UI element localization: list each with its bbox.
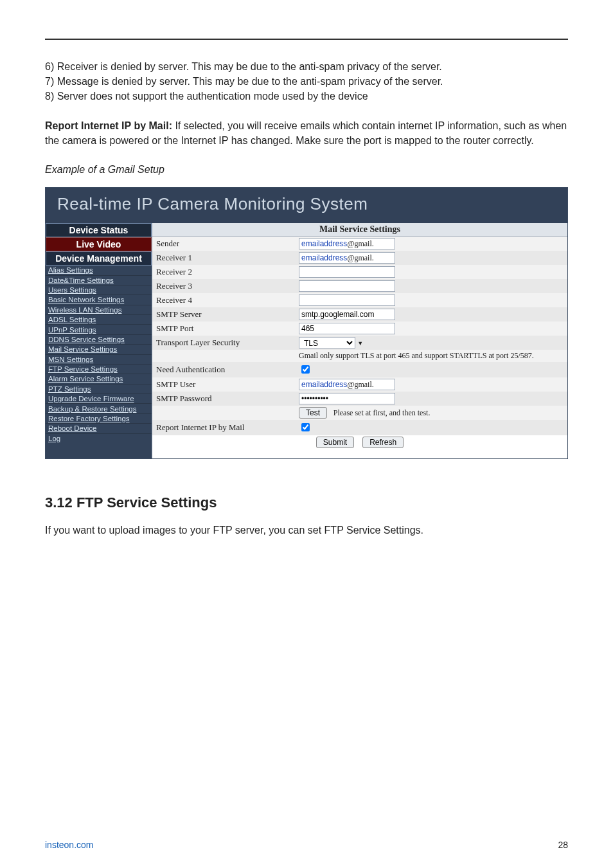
report-ip-checkbox[interactable] — [301, 423, 310, 431]
form-title: Mail Service Settings — [152, 223, 567, 237]
sidebar-item-upnp[interactable]: UPnP Settings — [46, 324, 152, 334]
sidebar-item-ptz[interactable]: PTZ Settings — [46, 384, 152, 393]
receiver4-input[interactable] — [299, 294, 395, 306]
sidebar-item-msn[interactable]: MSN Settings — [46, 354, 152, 364]
tls-hint: Gmail only support TLS at port 465 and s… — [295, 350, 567, 362]
chevron-down-icon: ▼ — [357, 340, 363, 347]
tls-select[interactable]: TLS — [299, 337, 355, 348]
app-screenshot: Real-time IP Camera Monitoring System De… — [45, 187, 568, 459]
bullet-6: 6) Receiver is denied by server. This ma… — [45, 59, 568, 74]
smtp-user-input[interactable]: emailaddress@gmail. — [299, 379, 395, 390]
body-copy-block: 6) Receiver is denied by server. This ma… — [45, 59, 568, 177]
receiver2-input[interactable] — [299, 266, 395, 278]
sidebar-item-users[interactable]: Users Settings — [46, 285, 152, 294]
app-title: Real-time IP Camera Monitoring System — [46, 188, 567, 223]
smtp-port-input[interactable] — [299, 323, 395, 334]
sidebar-item-backup[interactable]: Backup & Restore Settings — [46, 403, 152, 413]
sidebar-header-device-mgmt[interactable]: Device Management — [46, 251, 152, 266]
sender-input[interactable]: emailaddress@gmail. — [299, 238, 395, 249]
receiver4-label: Receiver 4 — [152, 293, 295, 307]
sender-label: Sender — [152, 237, 295, 251]
receiver3-input[interactable] — [299, 280, 395, 292]
section-body-ftp: If you want to upload images to your FTP… — [45, 523, 568, 538]
sidebar-item-adsl[interactable]: ADSL Settings — [46, 314, 152, 324]
bullet-7: 7) Message is denied by server. This may… — [45, 74, 568, 89]
test-row-empty — [152, 406, 295, 420]
tls-label: Transport Layer Security — [152, 336, 295, 350]
footer-page-number: 28 — [558, 840, 568, 850]
receiver3-label: Receiver 3 — [152, 279, 295, 293]
mail-settings-table: Sender emailaddress@gmail. Receiver 1 em… — [152, 237, 567, 449]
need-auth-label: Need Authentication — [152, 362, 295, 377]
smtp-pwd-label: SMTP Password — [152, 392, 295, 406]
report-ip-label: Report Internet IP by Mail: — [45, 120, 172, 131]
sidebar-item-alias[interactable]: Alias Settings — [46, 266, 152, 275]
sidebar-item-ddns[interactable]: DDNS Service Settings — [46, 334, 152, 344]
test-hint: Please set at first, and then test. — [333, 408, 431, 417]
sidebar-item-restore[interactable]: Restore Factory Settings — [46, 413, 152, 423]
submit-button[interactable]: Submit — [316, 437, 354, 448]
receiver1-label: Receiver 1 — [152, 251, 295, 265]
refresh-button[interactable]: Refresh — [362, 437, 404, 448]
sidebar: Device Status Live Video Device Manageme… — [46, 223, 152, 458]
section-heading-ftp: 3.12 FTP Service Settings — [45, 494, 568, 511]
smtp-server-label: SMTP Server — [152, 307, 295, 321]
sidebar-item-upgrade[interactable]: Upgrade Device Firmware — [46, 393, 152, 403]
sidebar-item-log[interactable]: Log — [46, 433, 152, 443]
bullet-8: 8) Server does not support the authentic… — [45, 89, 568, 104]
report-ip-row-label: Report Internet IP by Mail — [152, 420, 295, 435]
sidebar-item-ftp[interactable]: FTP Service Settings — [46, 364, 152, 374]
need-auth-checkbox[interactable] — [301, 365, 310, 374]
page-footer: insteon.com 28 — [45, 840, 568, 850]
form-area: Mail Service Settings Sender emailaddres… — [152, 223, 567, 458]
test-button[interactable]: Test — [299, 407, 327, 419]
sidebar-item-reboot[interactable]: Reboot Device — [46, 423, 152, 433]
smtp-port-label: SMTP Port — [152, 321, 295, 336]
sidebar-item-datetime[interactable]: Date&Time Settings — [46, 275, 152, 285]
smtp-server-input[interactable] — [299, 309, 395, 320]
example-caption: Example of a Gmail Setup — [45, 162, 568, 177]
page-top-rule — [45, 39, 568, 40]
sidebar-item-mail[interactable]: Mail Service Settings — [46, 344, 152, 354]
tls-hint-empty — [152, 350, 295, 362]
receiver1-input[interactable]: emailaddress@gmail. — [299, 252, 395, 264]
sidebar-item-alarm[interactable]: Alarm Service Settings — [46, 374, 152, 383]
receiver2-label: Receiver 2 — [152, 265, 295, 279]
smtp-user-label: SMTP User — [152, 377, 295, 392]
smtp-pwd-input[interactable] — [299, 393, 395, 404]
footer-site: insteon.com — [45, 840, 93, 850]
sidebar-item-basic-net[interactable]: Basic Network Settings — [46, 294, 152, 304]
sidebar-header-live-video[interactable]: Live Video — [46, 237, 152, 251]
sidebar-item-wlan[interactable]: Wireless LAN Settings — [46, 305, 152, 314]
sidebar-header-device-status[interactable]: Device Status — [46, 223, 152, 237]
